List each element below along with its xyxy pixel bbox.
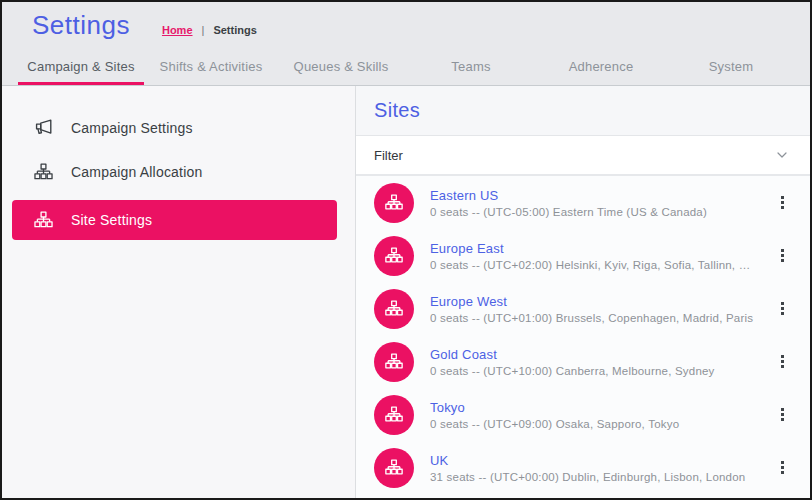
site-row[interactable]: Tokyo 0 seats -- (UTC+09:00) Osaka, Sapp… xyxy=(356,388,810,441)
main-area: Campaign Settings Campaign Allocation xyxy=(2,86,810,498)
breadcrumb-home-link[interactable]: Home xyxy=(162,24,193,36)
sidebar-item-site-settings[interactable]: Site Settings xyxy=(12,200,337,240)
tab-adherence[interactable]: Adherence xyxy=(536,48,666,85)
settings-sidebar: Campaign Settings Campaign Allocation xyxy=(2,86,356,498)
row-menu-button[interactable] xyxy=(772,244,792,268)
kebab-dot xyxy=(781,461,784,464)
sites-heading: Sites xyxy=(374,99,420,122)
site-row[interactable]: Eastern US 0 seats -- (UTC-05:00) Easter… xyxy=(356,176,810,229)
org-chart-icon xyxy=(384,458,404,478)
kebab-dot xyxy=(781,249,784,252)
kebab-dot xyxy=(781,365,784,368)
site-info: UK 31 seats -- (UTC+00:00) Dublin, Edinb… xyxy=(430,453,756,483)
site-avatar xyxy=(374,236,414,276)
kebab-dot xyxy=(781,360,784,363)
row-menu-button[interactable] xyxy=(772,456,792,480)
kebab-dot xyxy=(781,312,784,315)
kebab-dot xyxy=(781,302,784,305)
site-info: Eastern US 0 seats -- (UTC-05:00) Easter… xyxy=(430,188,756,218)
site-row[interactable]: Europe East 0 seats -- (UTC+02:00) Helsi… xyxy=(356,229,810,282)
org-chart-icon xyxy=(384,352,404,372)
site-name-link[interactable]: Europe West xyxy=(430,294,756,309)
site-name-link[interactable]: Tokyo xyxy=(430,400,756,415)
org-chart-icon xyxy=(384,193,404,213)
tab-system[interactable]: System xyxy=(666,48,796,85)
site-details: 0 seats -- (UTC+01:00) Brussels, Copenha… xyxy=(430,312,756,324)
site-details: 0 seats -- (UTC+09:00) Osaka, Sapporo, T… xyxy=(430,418,756,430)
tab-queues-and-skills[interactable]: Queues & Skills xyxy=(276,48,406,85)
row-menu-button[interactable] xyxy=(772,297,792,321)
page-title: Settings xyxy=(32,10,130,41)
tab-shifts-and-activities[interactable]: Shifts & Activities xyxy=(146,48,276,85)
org-chart-icon xyxy=(384,405,404,425)
site-details: 0 seats -- (UTC+10:00) Canberra, Melbour… xyxy=(430,365,756,377)
breadcrumb: Home | Settings xyxy=(162,24,257,36)
site-avatar xyxy=(374,448,414,488)
site-info: Europe West 0 seats -- (UTC+01:00) Bruss… xyxy=(430,294,756,324)
org-chart-icon xyxy=(384,299,404,319)
sidebar-item-label: Site Settings xyxy=(71,212,152,228)
kebab-dot xyxy=(781,418,784,421)
site-details: 0 seats -- (UTC+02:00) Helsinki, Kyiv, R… xyxy=(430,259,756,271)
tab-teams[interactable]: Teams xyxy=(406,48,536,85)
sidebar-item-label: Campaign Settings xyxy=(71,120,193,136)
org-chart-icon xyxy=(384,246,404,266)
sidebar-item-campaign-allocation[interactable]: Campaign Allocation xyxy=(2,150,355,194)
org-chart-icon xyxy=(32,161,54,183)
site-name-link[interactable]: Gold Coast xyxy=(430,347,756,362)
site-info: Tokyo 0 seats -- (UTC+09:00) Osaka, Sapp… xyxy=(430,400,756,430)
kebab-dot xyxy=(781,413,784,416)
site-row[interactable]: Gold Coast 0 seats -- (UTC+10:00) Canber… xyxy=(356,335,810,388)
chevron-down-icon[interactable] xyxy=(774,147,790,163)
kebab-dot xyxy=(781,259,784,262)
filter-label: Filter xyxy=(374,148,403,163)
site-row[interactable]: UK 31 seats -- (UTC+00:00) Dublin, Edinb… xyxy=(356,441,810,494)
sites-panel-header: Sites xyxy=(356,86,810,136)
kebab-dot xyxy=(781,307,784,310)
site-avatar xyxy=(374,342,414,382)
kebab-dot xyxy=(781,201,784,204)
kebab-dot xyxy=(781,355,784,358)
sites-panel: Sites Filter xyxy=(356,86,810,498)
megaphone-icon xyxy=(32,117,54,139)
settings-window: Settings Home | Settings Campaign & Site… xyxy=(0,0,812,500)
page-header: Settings Home | Settings xyxy=(2,2,810,48)
kebab-dot xyxy=(781,254,784,257)
site-name-link[interactable]: Europe East xyxy=(430,241,756,256)
site-avatar xyxy=(374,289,414,329)
kebab-dot xyxy=(781,466,784,469)
site-info: Europe East 0 seats -- (UTC+02:00) Helsi… xyxy=(430,241,756,271)
site-row[interactable]: Europe West 0 seats -- (UTC+01:00) Bruss… xyxy=(356,282,810,335)
settings-tabbar: Campaign & Sites Shifts & Activities Que… xyxy=(2,48,810,86)
row-menu-button[interactable] xyxy=(772,403,792,427)
breadcrumb-separator: | xyxy=(202,24,205,36)
site-name-link[interactable]: Eastern US xyxy=(430,188,756,203)
row-menu-button[interactable] xyxy=(772,350,792,374)
filter-dropdown[interactable]: Filter xyxy=(356,136,810,176)
kebab-dot xyxy=(781,408,784,411)
kebab-dot xyxy=(781,206,784,209)
site-details: 0 seats -- (UTC-05:00) Eastern Time (US … xyxy=(430,206,756,218)
breadcrumb-current: Settings xyxy=(213,24,256,36)
site-avatar xyxy=(374,395,414,435)
site-info: Gold Coast 0 seats -- (UTC+10:00) Canber… xyxy=(430,347,756,377)
org-chart-icon xyxy=(32,209,54,231)
site-avatar xyxy=(374,183,414,223)
row-menu-button[interactable] xyxy=(772,191,792,215)
kebab-dot xyxy=(781,196,784,199)
site-details: 31 seats -- (UTC+00:00) Dublin, Edinburg… xyxy=(430,471,756,483)
sidebar-item-label: Campaign Allocation xyxy=(71,164,202,180)
tab-campaign-and-sites[interactable]: Campaign & Sites xyxy=(16,48,146,85)
site-name-link[interactable]: UK xyxy=(430,453,756,468)
kebab-dot xyxy=(781,471,784,474)
sites-list: Eastern US 0 seats -- (UTC-05:00) Easter… xyxy=(356,176,810,498)
sidebar-item-campaign-settings[interactable]: Campaign Settings xyxy=(2,106,355,150)
